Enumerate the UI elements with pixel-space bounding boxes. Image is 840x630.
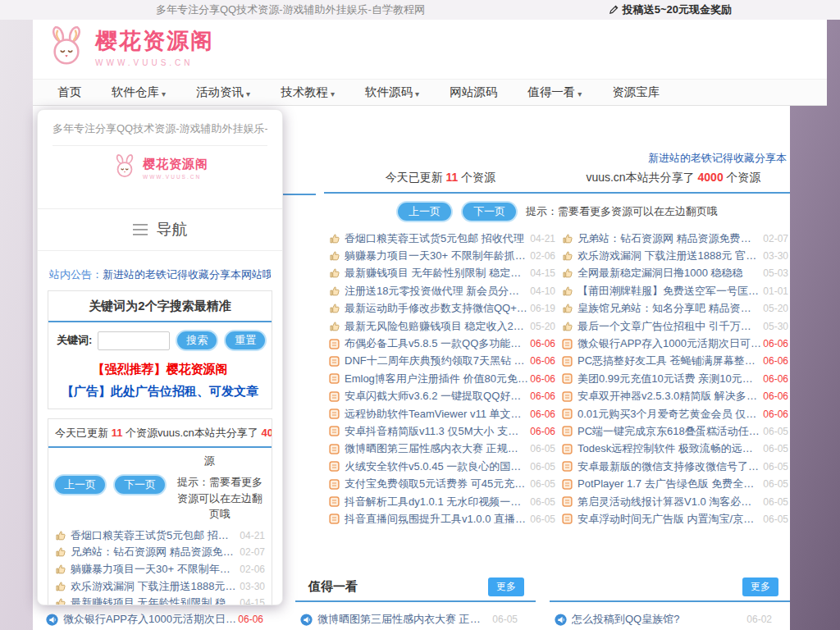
resource-title-link[interactable]: 布偶必备工具v5.8.5 一款QQ多功能工具软件	[345, 336, 528, 351]
resource-title-link[interactable]: 兄弟站：钻石资源网 精品资源免费分享基地	[578, 231, 761, 246]
nav-menu-item[interactable]: 技术教程	[281, 84, 335, 100]
resource-list-item: 兄弟站：钻石资源网 精品资源免费分享基 02-07	[55, 544, 265, 561]
resource-title-link[interactable]: 香烟口粮芙蓉王试货5元包邮 招收代理	[345, 231, 528, 246]
resource-title-link[interactable]: 躺赚暴力项目一天30+ 不限制年龄抓紧上	[71, 562, 238, 577]
panel-notice: 站内公告： 新进站的老铁记得收藏分享本网站哦！	[38, 251, 282, 285]
prev-page-button[interactable]: 上一页	[396, 201, 453, 222]
resource-title-link[interactable]: 最新运动助手修改步数支持微信QQ+ZFB步	[345, 301, 528, 316]
resource-title-link[interactable]: 怎么投稿到QQ皇族馆?	[572, 612, 745, 627]
doc-icon	[329, 444, 341, 454]
doc-icon	[562, 479, 574, 490]
resource-list-item: 全网最新稳定漏洞日撸1000 稳稳稳 05-03	[562, 265, 788, 282]
resource-title-link[interactable]: PotPlayer 1.7 去广告绿色版 免费全能影音播	[578, 477, 761, 491]
site-logo[interactable]: 樱花资源阁 WWW.VUUS.CN	[33, 20, 827, 69]
resource-list-item: 最新赚钱项目 无年龄性别限制 稳定日撸300+ 04-15	[329, 265, 555, 282]
resource-title-link[interactable]: 安卓最新版的微信支持修改微信号了！ IOS版	[578, 459, 761, 474]
next-page-button[interactable]: 下一页	[461, 201, 518, 222]
resource-title-link[interactable]: 香烟口粮芙蓉王试货5元包邮 招收代理	[71, 528, 238, 543]
resource-list-item: DNF十二周年庆典预约领取7天黑钻 回归用户 06-06	[329, 353, 555, 370]
panel-tagline: 多年专注分享QQ技术资源-游戏辅助外挂娱乐-自...	[52, 121, 267, 146]
doc-icon	[562, 461, 574, 472]
nav-menu-item[interactable]: 资源宝库	[612, 84, 660, 100]
resource-title-link[interactable]: 皇族馆兄弟站：知名分享吧 精品资源分享基地	[578, 301, 761, 316]
thumb-icon	[562, 267, 574, 279]
resource-list-item: 欢乐游戏漏洞 下载注册送1888元 官方合 03-30	[55, 578, 265, 595]
nav-menu-item[interactable]: 软件源码	[365, 84, 419, 100]
hamburger-menu-icon	[133, 223, 149, 236]
resource-title-link[interactable]: 0.01元购买3个月爱奇艺黄金会员 仅限京东白	[578, 407, 761, 422]
more-button[interactable]: 更多	[742, 578, 778, 596]
nav-menu-item[interactable]: 网站源码	[450, 84, 497, 100]
resource-title-link[interactable]: 微众银行APP存入1000元活期次日可以获得无	[578, 336, 761, 351]
resource-date: 06-06	[763, 373, 788, 385]
site-url: WWW.VUUS.CN	[95, 58, 214, 67]
doc-icon	[329, 461, 341, 472]
announcement-marquee[interactable]: 新进站的老铁记得收藏分享本	[648, 151, 787, 166]
resource-list-item: 怎么投稿到QQ皇族馆? 06-02	[555, 609, 772, 630]
notice-text[interactable]: 新进站的老铁记得收藏分享本网站哦！	[103, 267, 271, 282]
promo-link-red[interactable]: 【强烈推荐】樱花资源阁	[48, 358, 272, 379]
prev-page-button[interactable]: 上一页	[53, 474, 107, 495]
section-title: 值得一看	[308, 579, 358, 595]
section-box-right: 更多 怎么投稿到QQ皇族馆? 06-02	[550, 573, 790, 630]
resource-title-link[interactable]: 第启灵活动线报计算器V1.0 淘客必备的一款软	[578, 495, 761, 509]
resource-title-link[interactable]: 全网最新稳定漏洞日撸1000 稳稳稳	[578, 266, 761, 281]
resource-title-link[interactable]: PC端一键完成京东618叠蛋糕活动任务工具	[578, 424, 761, 439]
resource-title-link[interactable]: 【莆田潮牌鞋服】免费送空军一号匡威1970s	[578, 284, 761, 299]
resource-title-link[interactable]: 支付宝免费领取5元话费券 可45元充值三网50	[345, 477, 528, 491]
resource-title-link[interactable]: 抖音解析工具dy1.0.1 无水印视频一键解析软件	[345, 495, 528, 509]
resource-title-link[interactable]: 安卓抖音精简版v11.3 仅5M大小 支持账号登录	[345, 424, 528, 439]
doc-icon	[562, 409, 574, 419]
chevron-down-icon	[578, 86, 582, 99]
resource-title-link[interactable]: Emlog博客用户注册插件 价值80元免费分享	[345, 372, 528, 386]
resource-title-link[interactable]: 抖音直播间氛围提升工具v1.0.0 直播间自动发	[345, 512, 528, 527]
promo-link-blue[interactable]: 【广告】此处广告位招租、可发文章	[48, 379, 272, 409]
resource-title-link[interactable]: 最新赚钱项目 无年龄性别限制 稳定日撸	[71, 596, 238, 605]
resource-title-link[interactable]: 最新赚钱项目 无年龄性别限制 稳定日撸300+	[345, 266, 528, 281]
resource-title-link[interactable]: 最新无风险包赔赚钱项目 稳定收入200-500元	[345, 319, 528, 334]
reset-button[interactable]: 重置	[224, 330, 267, 351]
thumb-icon	[329, 321, 341, 332]
nav-menu-item[interactable]: 值得一看	[527, 84, 582, 100]
search-button[interactable]: 搜索	[176, 330, 218, 351]
panel-nav-toggle[interactable]: 导航	[38, 208, 282, 251]
panel-site-logo[interactable]: 樱花资源阁 WWW.VUUS.CN	[38, 153, 282, 183]
resource-list-item: 美团0.99元充值10元话费 亲测10元话费秒到 06-06	[562, 370, 788, 387]
resource-title-link[interactable]: 注册送18元零投资做代理 新会员分红存1000	[345, 284, 528, 299]
resource-title-link[interactable]: PC恶搞整好友工具 苍蝇铺满屏幕整蛊专家 效	[578, 354, 761, 368]
doc-icon	[329, 409, 341, 419]
resource-title-link[interactable]: 微众银行APP存入1000元活期次日可以获得无门	[63, 612, 236, 627]
resource-list-panel: 今天已更新 11 个资源 vuus.cn本站共分享了 4000 个资源 上一页 …	[324, 171, 790, 528]
resource-title-link[interactable]: 安卓浮动时间无广告版 内置淘宝/京东/苏宁/招	[578, 512, 761, 527]
resource-title-link[interactable]: 欢乐游戏漏洞 下载注册送1888元 官方合	[71, 579, 238, 594]
resource-title-link[interactable]: 安卓闪截大师v3.6.2 一键提取QQ好友发的闪图	[345, 389, 528, 404]
resource-title-link[interactable]: 最后一个文章广告位招租中 引千万流 聚八方	[578, 319, 761, 334]
panel-stats-bar: 今天已更新 11 个资源 vuus.cn本站共分享了 4000 个资	[48, 419, 272, 448]
stats-overflow-text: 源	[48, 448, 272, 468]
contribute-reward-link[interactable]: 投稿送5~20元现金奖励	[608, 2, 732, 17]
resource-title-link[interactable]: 美团0.99元充值10元话费 亲测10元话费秒到	[578, 372, 761, 386]
nav-menu-item[interactable]: 首页	[57, 84, 81, 100]
nav-menu-item[interactable]: 软件仓库	[112, 84, 166, 100]
updated-today-stat: 今天已更新 11 个资源	[324, 171, 557, 185]
resource-title-link[interactable]: 微博晒图第三届性感内衣大赛 正规美图等你欣赏	[317, 612, 491, 627]
thumb-icon	[55, 530, 67, 541]
resource-list-item: 香烟口粮芙蓉王试货5元包邮 招收代理 04-21	[55, 527, 265, 545]
resource-title-link[interactable]: 躺赚暴力项目一天30+ 不限制年龄抓紧上车	[345, 249, 528, 263]
resource-title-link[interactable]: 安卓双开神器v2.5.3.0精简版 解决多账号切换	[578, 389, 761, 404]
search-keyword-input[interactable]	[98, 331, 170, 350]
next-page-button[interactable]: 下一页	[113, 474, 167, 495]
resource-title-link[interactable]: 微博晒图第三届性感内衣大赛 正规美图等你欣	[345, 441, 528, 456]
more-button[interactable]: 更多	[488, 578, 524, 596]
resource-date: 05-30	[763, 321, 788, 332]
resource-title-link[interactable]: Todesk远程控制软件 极致流畅的远程协助工具	[578, 441, 761, 456]
resource-date: 05-03	[763, 267, 788, 279]
resource-title-link[interactable]: 火绒安全软件v5.0.45 一款良心的国产安全软件	[345, 459, 528, 474]
resource-date: 06-06	[530, 409, 555, 420]
resource-title-link[interactable]: 欢乐游戏漏洞 下载注册送1888元 官方合作	[578, 249, 761, 263]
resource-title-link[interactable]: 兄弟站：钻石资源网 精品资源免费分享基	[71, 545, 238, 559]
pagination-tip: 提示：需要看更多资源可以在左边翻页哦	[526, 204, 718, 219]
resource-title-link[interactable]: 远程协助软件TeamViewer v11 单文件版 方便	[345, 407, 528, 422]
resource-title-link[interactable]: DNF十二周年庆典预约领取7天黑钻 回归用户	[345, 354, 528, 368]
nav-menu-item[interactable]: 活动资讯	[196, 84, 250, 100]
